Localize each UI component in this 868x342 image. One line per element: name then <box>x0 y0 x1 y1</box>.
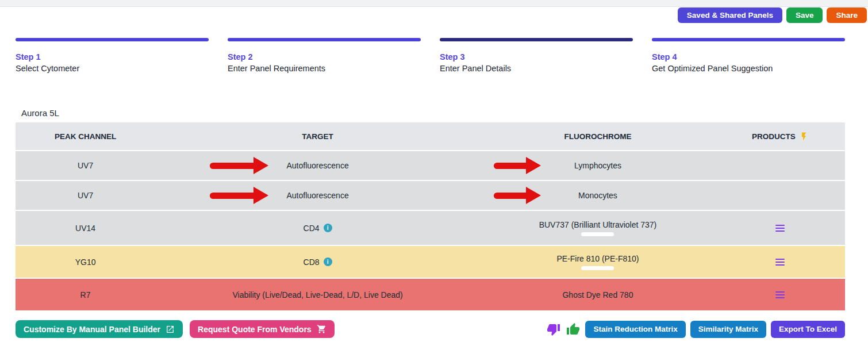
products-cell <box>716 151 845 180</box>
peak-channel-cell: UV14 <box>16 211 155 245</box>
table-row: UV7 Autofluorescence Monocytes <box>16 181 845 211</box>
export-to-excel-button[interactable]: Export To Excel <box>771 321 845 338</box>
shopping-cart-icon <box>317 324 327 334</box>
target-label: CD4 <box>304 224 320 233</box>
table-row: R7 Viability (Live/Dead, Live-Dead, L/D,… <box>16 279 845 310</box>
request-quote-vendors-button[interactable]: Request Quote From Vendors <box>190 320 335 338</box>
thumbs-up-icon <box>566 322 580 336</box>
fluorochrome-label: BUV737 (Brilliant Ultraviolet 737) <box>539 220 657 229</box>
peak-channel-cell: UV7 <box>16 181 155 210</box>
step-4-optimized-suggestion[interactable]: Step 4 Get Optimized Panel Suggestion <box>652 38 845 73</box>
red-arrow-annotation <box>494 157 541 174</box>
step-1-title: Select Cytometer <box>16 64 209 73</box>
target-cell: CD4 i <box>155 211 480 245</box>
target-label: Autofluorescence <box>287 161 349 170</box>
cytometer-name: Aurora 5L <box>21 108 59 118</box>
target-label: Autofluorescence <box>287 191 349 200</box>
fluorochrome-cell: BUV737 (Brilliant Ultraviolet 737) <box>480 211 716 245</box>
fluorochrome-cell: Ghost Dye Red 780 <box>480 279 716 310</box>
similarity-progress-track <box>581 232 614 236</box>
products-cell <box>716 181 845 210</box>
peak-channel-cell: YG10 <box>16 246 155 278</box>
fluorochrome-label: Lymphocytes <box>574 161 621 170</box>
column-header-target: TARGET <box>155 122 480 150</box>
info-icon[interactable]: i <box>324 258 332 266</box>
red-arrow-annotation <box>210 157 268 174</box>
step-1-progress-bar <box>16 38 209 41</box>
similarity-matrix-button[interactable]: Similarity Matrix <box>690 321 766 338</box>
stain-reduction-matrix-button[interactable]: Stain Reduction Matrix <box>585 321 685 338</box>
products-cell <box>716 211 845 245</box>
target-label: Viability (Live/Dead, Live-Dead, L/D, Li… <box>232 290 402 299</box>
peak-channel-cell: R7 <box>16 279 155 310</box>
target-cell: Viability (Live/Dead, Live-Dead, L/D, Li… <box>155 279 480 310</box>
similarity-progress-track <box>581 266 614 270</box>
target-label: CD8 <box>304 258 320 267</box>
step-2-progress-bar <box>228 38 421 41</box>
external-link-icon <box>166 325 175 334</box>
footer-right-group: Stain Reduction Matrix Similarity Matrix… <box>546 321 845 338</box>
fluorochrome-cell: Lymphocytes <box>480 151 716 180</box>
fluorochrome-cell: PE-Fire 810 (PE-F810) <box>480 246 716 278</box>
table-row: UV14 CD4 i BUV737 (Brilliant Ultraviolet… <box>16 211 845 246</box>
products-cell <box>716 279 845 310</box>
target-cell: Autofluorescence <box>155 151 480 180</box>
step-3-label: Step 3 <box>440 52 633 62</box>
request-quote-button-label: Request Quote From Vendors <box>198 325 312 334</box>
target-cell: CD8 i <box>155 246 480 278</box>
fluorochrome-cell: Monocytes <box>480 181 716 210</box>
products-header-label: PRODUCTS <box>752 132 796 141</box>
step-1-select-cytometer[interactable]: Step 1 Select Cytometer <box>16 38 209 73</box>
save-button[interactable]: Save <box>786 7 823 23</box>
table-row: YG10 CD8 i PE-Fire 810 (PE-F810) <box>16 246 845 279</box>
table-header-row: PEAK CHANNEL TARGET FLUOROCHROME PRODUCT… <box>16 122 845 151</box>
customize-manual-panel-builder-button[interactable]: Customize By Manual Panel Builder <box>16 320 183 338</box>
top-strip <box>0 0 868 7</box>
column-header-products: PRODUCTS <box>716 122 845 150</box>
step-3-panel-details[interactable]: Step 3 Enter Panel Details <box>440 38 633 73</box>
customize-button-label: Customize By Manual Panel Builder <box>24 325 160 334</box>
thumbs-down-icon <box>547 322 560 336</box>
column-header-peak-channel: PEAK CHANNEL <box>16 122 155 150</box>
products-menu-icon[interactable] <box>774 223 786 233</box>
header-actions: Saved & Shared Panels Save Share <box>678 7 867 23</box>
footer-left-group: Customize By Manual Panel Builder Reques… <box>16 320 335 338</box>
thumbs-down-button[interactable] <box>546 322 561 336</box>
fluorochrome-label: Monocytes <box>578 191 617 200</box>
share-button[interactable]: Share <box>827 7 867 23</box>
target-cell: Autofluorescence <box>155 181 480 210</box>
info-icon[interactable]: i <box>324 224 332 232</box>
step-4-label: Step 4 <box>652 52 845 62</box>
red-arrow-annotation <box>494 187 541 204</box>
step-2-title: Enter Panel Requirements <box>228 64 421 73</box>
products-cell <box>716 246 845 278</box>
peak-channel-cell: UV7 <box>16 151 155 180</box>
step-2-label: Step 2 <box>228 52 421 62</box>
panel-table: PEAK CHANNEL TARGET FLUOROCHROME PRODUCT… <box>16 122 845 310</box>
stepper: Step 1 Select Cytometer Step 2 Enter Pan… <box>16 38 845 73</box>
step-3-title: Enter Panel Details <box>440 64 633 73</box>
saved-shared-panels-button[interactable]: Saved & Shared Panels <box>678 7 782 23</box>
fluorochrome-label: PE-Fire 810 (PE-F810) <box>556 254 639 263</box>
step-3-progress-bar <box>440 38 633 41</box>
footer-actions: Customize By Manual Panel Builder Reques… <box>16 320 845 338</box>
column-header-fluorochrome: FLUOROCHROME <box>480 122 716 150</box>
step-4-title: Get Optimized Panel Suggestion <box>652 64 845 73</box>
step-4-progress-bar <box>652 38 845 41</box>
products-menu-icon[interactable] <box>774 290 786 300</box>
lightning-bolt-icon <box>799 132 809 141</box>
step-2-panel-requirements[interactable]: Step 2 Enter Panel Requirements <box>228 38 421 73</box>
red-arrow-annotation <box>210 187 268 204</box>
table-row: UV7 Autofluorescence Lymphocytes <box>16 151 845 181</box>
products-menu-icon[interactable] <box>774 257 786 267</box>
thumbs-up-button[interactable] <box>566 322 581 336</box>
step-1-label: Step 1 <box>16 52 209 62</box>
fluorochrome-label: Ghost Dye Red 780 <box>562 290 633 299</box>
